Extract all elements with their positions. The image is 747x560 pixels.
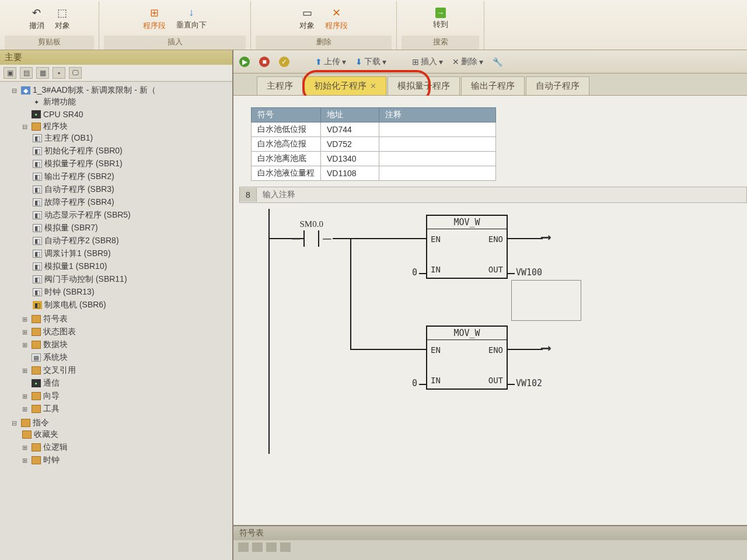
terminator-icon: ⟶ [542, 340, 550, 356]
output-box[interactable] [511, 280, 581, 321]
th-addr: 地址 [321, 108, 379, 123]
group-delete: 删除 [256, 36, 392, 50]
tree-item[interactable]: ◧时钟 (SBR13) [33, 287, 231, 298]
stop-button[interactable]: ■ [257, 55, 272, 68]
bottom-title: 符号表 [233, 526, 747, 540]
tool-button[interactable]: 🔧 [490, 56, 505, 68]
undo-button[interactable]: ↶撤消 [27, 5, 47, 32]
tree-item[interactable]: ⊞数据块 [22, 340, 231, 350]
run-button[interactable]: ▶ [237, 55, 252, 68]
table-row[interactable]: 白水池液位量程VD1108 [252, 166, 496, 181]
segment-insert-button[interactable]: ⊞程序段 [141, 5, 168, 32]
ribbon: ↶撤消 ⬚对象 剪贴板 ⊞程序段 ↓垂直向下 插入 ▭对象 ✕程序段 删除 →转… [0, 0, 747, 50]
tree-item[interactable]: ✦新增功能 [22, 97, 231, 107]
tree-instructions[interactable]: ⊟指令 [12, 418, 231, 428]
tree-item[interactable]: ◧阀门手动控制 (SBR11) [33, 274, 231, 285]
in-value[interactable]: 0 [412, 378, 417, 388]
tree-item[interactable]: 收藏夹 [22, 429, 231, 440]
table-row[interactable]: 白水池离池底VD1340 [252, 152, 496, 166]
tool-icon[interactable] [238, 542, 249, 552]
tree-program-blocks[interactable]: ⊟程序块 [22, 121, 231, 132]
tree-item[interactable]: ▪CPU SR40 [22, 110, 231, 119]
tree-item[interactable]: ⊞交叉引用 [22, 365, 231, 376]
tree-item[interactable]: ⊞时钟 [22, 455, 231, 466]
tool-icon[interactable]: ▦ [36, 67, 49, 79]
bottom-panel: 符号表 [233, 525, 747, 560]
tab-auto[interactable]: 自动子程序 [526, 76, 589, 95]
group-clipboard: 剪贴板 [5, 36, 94, 50]
tree-item[interactable]: ◧模拟量子程序 (SBR1) [33, 159, 231, 169]
tab-output[interactable]: 输出子程序 [461, 76, 525, 95]
in-value[interactable]: 0 [412, 267, 417, 278]
tool-icon[interactable]: ▤ [20, 67, 33, 79]
project-tree[interactable]: ⊟◆1_3#AAD制浆 - 新调浆限制 - 新（ ✦新增功能 ▪CPU SR40… [0, 82, 232, 560]
tool-icon[interactable]: ▣ [4, 67, 16, 79]
vertical-down-button[interactable]: ↓垂直向下 [174, 5, 209, 32]
check-button[interactable]: ✓ [277, 55, 292, 68]
align-button[interactable]: ⬚对象 [53, 5, 72, 32]
mov-block-2[interactable]: MOV_W EN ENO IN OUT [426, 326, 508, 390]
network: 8 输入注释 SM0.0 ─ ─ [239, 187, 747, 454]
tree-item[interactable]: ◧制浆电机 (SBR6) [33, 300, 231, 310]
tool-icon[interactable]: 🖵 [69, 67, 82, 79]
tree-item[interactable]: ▦系统块 [22, 352, 231, 363]
table-row[interactable]: 白水池低位报VD744 [252, 123, 496, 137]
tool-icon[interactable] [280, 542, 291, 552]
download-button[interactable]: ⬇下载▾ [353, 55, 389, 68]
tree-item[interactable]: ▪通信 [22, 378, 231, 388]
tree-item[interactable]: ◧输出子程序 (SBR2) [33, 172, 231, 182]
tabs: 主程序 初始化子程序✕ 模拟量子程序 输出子程序 自动子程序 [233, 74, 747, 96]
tree-item[interactable]: ◧调浆计算1 (SBR9) [33, 249, 231, 259]
tree-project[interactable]: ⊟◆1_3#AAD制浆 - 新调浆限制 - 新（ [12, 85, 231, 96]
tree-item[interactable]: ⊞向导 [22, 391, 231, 401]
tab-analog[interactable]: 模拟量子程序 [388, 76, 460, 95]
mov-block-1[interactable]: MOV_W EN ENO IN OUT [426, 215, 508, 279]
editor-body[interactable]: 西门子工业 找答案 support.industry.siemens.com/c… [233, 96, 747, 525]
editor-panel: ▶ ■ ✓ ⬆上传▾ ⬇下载▾ ⊞插入▾ ✕删除▾ 🔧 主程序 初始化子程序✕ … [233, 50, 747, 560]
object-button[interactable]: ▭对象 [297, 5, 317, 32]
contact-label: SM0.0 [292, 219, 331, 229]
network-comment[interactable]: 输入注释 [257, 187, 301, 202]
goto-button[interactable]: →转到 [431, 6, 451, 31]
tree-item[interactable]: ◧模拟量1 (SBR10) [33, 261, 231, 272]
tree-item[interactable]: ◧动态显示子程序 (SBR5) [33, 210, 231, 220]
bottom-toolbar [233, 540, 747, 554]
tree-item[interactable]: ◧自动子程序2 (SBR8) [33, 236, 231, 246]
delete-button[interactable]: ✕删除▾ [450, 55, 486, 68]
tree-item[interactable]: ◧主程序 (OB1) [33, 133, 231, 144]
tool-icon[interactable] [266, 542, 277, 552]
tool-icon[interactable] [252, 542, 263, 552]
upload-button[interactable]: ⬆上传▾ [313, 55, 348, 68]
symbol-table[interactable]: 符号 地址 注释 白水池低位报VD744 白水池高位报VD752 白水池离池底V… [251, 107, 496, 181]
terminator-icon: ⟶ [542, 229, 550, 245]
network-number: 8 [240, 188, 257, 202]
tree-item[interactable]: ◧自动子程序 (SBR3) [33, 184, 231, 195]
tree-item[interactable]: ⊞符号表 [22, 314, 231, 324]
group-insert: 插入 [104, 36, 246, 50]
ladder-diagram[interactable]: SM0.0 ─ ─ MOV_W EN ENO IN OUT [257, 209, 747, 454]
tree-item[interactable]: ◧初始化子程序 (SBR0) [33, 146, 231, 156]
tree-item[interactable]: ⊞状态图表 [22, 327, 231, 337]
segment-delete-button[interactable]: ✕程序段 [323, 5, 350, 32]
out-value[interactable]: VW100 [516, 267, 542, 278]
project-panel: 主要 ▣ ▤ ▦ ▪ 🖵 ⊟◆1_3#AAD制浆 - 新调浆限制 - 新（ ✦新… [0, 50, 233, 560]
tab-init[interactable]: 初始化子程序✕ [304, 76, 386, 95]
group-search: 搜索 [402, 36, 479, 50]
tree-item[interactable]: ◧故障子程序 (SBR4) [33, 197, 231, 208]
close-icon[interactable]: ✕ [370, 82, 376, 90]
tool-icon[interactable]: ▪ [53, 67, 65, 79]
table-row[interactable]: 白水池高位报VD752 [252, 137, 496, 152]
tree-toolbar: ▣ ▤ ▦ ▪ 🖵 [0, 65, 232, 82]
contact-no[interactable]: ─ ─ [292, 230, 331, 247]
th-comment: 注释 [379, 108, 496, 123]
tree-item[interactable]: ⊞工具 [22, 404, 231, 414]
tree-item[interactable]: ◧模拟量 (SBR7) [33, 223, 231, 233]
editor-toolbar: ▶ ■ ✓ ⬆上传▾ ⬇下载▾ ⊞插入▾ ✕删除▾ 🔧 [233, 50, 747, 74]
out-value[interactable]: VW102 [516, 378, 542, 388]
th-name: 符号 [252, 108, 321, 123]
tab-main[interactable]: 主程序 [257, 76, 303, 95]
panel-title: 主要 [0, 50, 232, 65]
tree-item[interactable]: ⊞位逻辑 [22, 442, 231, 453]
insert-button[interactable]: ⊞插入▾ [410, 55, 445, 68]
